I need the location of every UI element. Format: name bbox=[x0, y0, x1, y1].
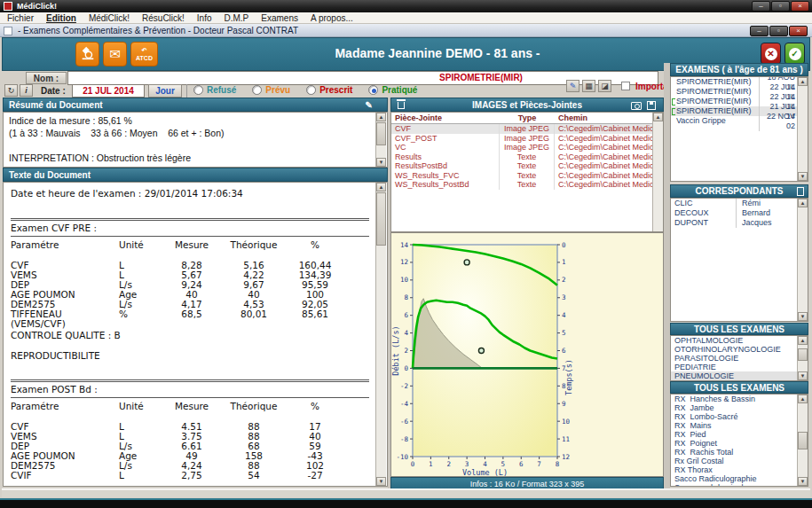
doc-col-header: % bbox=[289, 402, 341, 411]
status-Prescrit[interactable]: Prescrit bbox=[306, 85, 352, 95]
exam-row[interactable]: Vaccin Grippe22 NOV 02 bbox=[671, 116, 808, 126]
status-Pratiqué[interactable]: Pratiqué bbox=[368, 85, 417, 95]
attachment-row[interactable]: WS_Results_FVCTexteC:\Cegedim\Cabinet Me… bbox=[391, 171, 663, 181]
mdi-close-button[interactable]: × bbox=[789, 26, 808, 36]
tous-item[interactable]: Sacco Radiculographie bbox=[671, 474, 808, 483]
radio-icon[interactable] bbox=[368, 85, 378, 95]
attachments-scrollbar[interactable]: ▲ bbox=[652, 113, 663, 231]
save-disk-icon[interactable] bbox=[647, 101, 656, 110]
attachment-row[interactable]: VCImage JPEGC:\Cegedim\Cabinet Medical V… bbox=[391, 143, 663, 152]
correspondant-row[interactable]: DECOUXBernard bbox=[671, 208, 808, 218]
correspondants-scrollbar[interactable]: ▲ ▼ bbox=[797, 199, 808, 321]
tous-item[interactable]: Rx Gril Costal bbox=[671, 457, 808, 465]
tous-item[interactable]: PARASITOLOGIE bbox=[671, 354, 808, 363]
image-export-icon[interactable]: ◪ bbox=[598, 80, 611, 92]
scroll-down-icon[interactable]: ▼ bbox=[376, 158, 386, 167]
tous-examens-1-scrollbar[interactable]: ▲ ▼ bbox=[797, 336, 808, 380]
scroll-down-icon[interactable]: ▼ bbox=[798, 371, 808, 380]
calculator-icon[interactable]: ▦ bbox=[582, 80, 595, 92]
info-button[interactable]: i bbox=[20, 84, 33, 97]
minimize-button[interactable]: – bbox=[752, 1, 770, 12]
tous-item[interactable]: RX Mains bbox=[671, 421, 808, 430]
texte-scrollbar[interactable]: ▲ ▼ bbox=[375, 183, 386, 486]
atcd-button[interactable]: ↶ ATCD bbox=[130, 42, 158, 66]
scroll-up-icon[interactable]: ▲ bbox=[798, 77, 808, 86]
page-icon[interactable] bbox=[797, 187, 804, 196]
camera-icon[interactable] bbox=[631, 102, 642, 110]
attachment-type: Image JPEG bbox=[500, 143, 555, 152]
scroll-down-icon[interactable]: ▼ bbox=[798, 477, 808, 486]
validate-exam-button[interactable]: ✓ bbox=[784, 43, 805, 65]
scroll-down-icon[interactable]: ▼ bbox=[376, 477, 386, 486]
status-Refusé[interactable]: Refusé bbox=[193, 85, 236, 95]
doc-cell: L bbox=[119, 261, 165, 270]
trash-icon[interactable] bbox=[398, 102, 405, 109]
svg-text:4: 4 bbox=[483, 460, 487, 468]
tous-item[interactable]: RX Poignet bbox=[671, 439, 808, 448]
menu-item-2[interactable]: MédiClick! bbox=[89, 12, 130, 24]
tous-examens-2-scrollbar[interactable]: ▲ ▼ bbox=[797, 395, 808, 486]
correspondant-row[interactable]: DUPONTJacques bbox=[671, 218, 808, 228]
close-button[interactable]: × bbox=[791, 1, 809, 12]
texte-body[interactable]: Date et heure de l'examen : 29/01/2014 1… bbox=[3, 182, 388, 487]
correspondant-row[interactable]: CLICRémi bbox=[671, 199, 808, 208]
scroll-down-icon[interactable]: ▼ bbox=[798, 312, 808, 321]
tous-item[interactable]: RX Pied bbox=[671, 430, 808, 439]
tous-item[interactable]: OTORHINOLARYNGOLOGIE bbox=[671, 345, 808, 354]
note-icon[interactable]: ✎ bbox=[366, 100, 373, 110]
attachment-row[interactable]: CVFImage JPEGC:\Cegedim\Cabinet Medical … bbox=[391, 124, 663, 134]
tous-item[interactable]: RX Rachis Total bbox=[671, 448, 808, 457]
attachment-row[interactable]: CVF_POSTImage JPEGC:\Cegedim\Cabinet Med… bbox=[391, 134, 663, 144]
attachment-row[interactable]: ResultsTexteC:\Cegedim\Cabinet Medical V… bbox=[391, 152, 663, 162]
radio-icon[interactable] bbox=[252, 85, 262, 95]
attachment-path: C:\Cegedim\Cabinet Medical Vierge\Docume… bbox=[555, 152, 663, 162]
scroll-down-icon[interactable]: ▼ bbox=[798, 172, 808, 181]
scroll-up-icon[interactable]: ▲ bbox=[798, 336, 808, 345]
scroll-up-icon[interactable]: ▲ bbox=[376, 183, 386, 191]
edit-pencil-icon[interactable]: ✎ bbox=[566, 80, 579, 92]
microscope-button[interactable] bbox=[75, 42, 99, 66]
radio-icon[interactable] bbox=[306, 85, 316, 95]
status-Prévu[interactable]: Prévu bbox=[252, 85, 290, 95]
attachment-row[interactable]: ResultsPostBdTexteC:\Cegedim\Cabinet Med… bbox=[391, 161, 663, 171]
date-input[interactable]: 21 JUL 2014 bbox=[72, 84, 145, 98]
important-checkbox[interactable] bbox=[621, 82, 630, 90]
tous-item[interactable]: PEDIATRIE bbox=[671, 363, 808, 371]
tous-item[interactable]: Scanner abdominal bbox=[671, 483, 808, 487]
mdi-minimize-button[interactable]: – bbox=[750, 26, 769, 36]
maximize-button[interactable]: ▫ bbox=[771, 1, 790, 12]
doc-data-row: TIFFENEAU (VEMS/CVF)%68,580,0185,61 bbox=[11, 309, 369, 319]
tous-item[interactable]: RX Thorax bbox=[671, 465, 808, 474]
tous-item[interactable]: PNEUMOLOGIE bbox=[671, 371, 808, 380]
svg-text:-6: -6 bbox=[400, 418, 409, 426]
examens-scrollbar[interactable]: ▲ ▼ bbox=[797, 77, 808, 181]
tous-item[interactable]: RX Jambe bbox=[671, 403, 808, 412]
menu-item-7[interactable]: A propos... bbox=[311, 12, 353, 24]
menu-item-3[interactable]: RésuClick! bbox=[142, 12, 185, 24]
tous-item[interactable]: RX Hanches & Bassin bbox=[671, 395, 808, 403]
menu-item-4[interactable]: Info bbox=[197, 12, 212, 24]
menu-item-0[interactable]: Fichier bbox=[7, 12, 34, 24]
tous-item[interactable]: RX Lombo-Sacré bbox=[671, 412, 808, 421]
jour-button[interactable]: Jour bbox=[148, 84, 182, 98]
mail-button[interactable]: ✉ bbox=[103, 42, 127, 66]
menu-item-5[interactable]: D.M.P bbox=[225, 12, 249, 24]
radio-icon[interactable] bbox=[193, 85, 203, 95]
scroll-up-icon[interactable]: ▲ bbox=[798, 199, 808, 207]
mdi-restore-button[interactable]: ▫ bbox=[769, 26, 788, 36]
scroll-up-icon[interactable]: ▲ bbox=[653, 113, 663, 121]
menu-item-6[interactable]: Examens bbox=[261, 12, 298, 24]
svg-text:6: 6 bbox=[404, 311, 408, 319]
doc-note: REPRODUCTIBILITE bbox=[11, 350, 369, 360]
scroll-up-icon[interactable]: ▲ bbox=[798, 395, 808, 403]
menu-item-1[interactable]: Edition bbox=[46, 12, 76, 24]
tous-item[interactable]: OPHTALMOLOGIE bbox=[671, 336, 808, 345]
svg-text:1: 1 bbox=[429, 460, 433, 468]
scroll-up-icon[interactable]: ▲ bbox=[376, 113, 386, 121]
doc-cell: % bbox=[119, 309, 165, 319]
attachment-row[interactable]: WS_Results_PostBdTexteC:\Cegedim\Cabinet… bbox=[391, 180, 663, 190]
cancel-exam-button[interactable]: ✕ bbox=[761, 43, 781, 65]
exam-name: Vaccin Grippe bbox=[676, 116, 759, 126]
refresh-button[interactable]: ↻ bbox=[4, 84, 18, 97]
resume-scrollbar[interactable]: ▲ ▼ bbox=[375, 113, 386, 167]
